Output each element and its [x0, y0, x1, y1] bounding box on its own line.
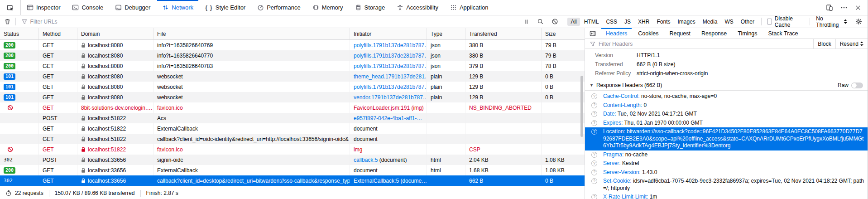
cell-domain: localhost:33656: [77, 165, 153, 175]
request-row[interactable]: 200GETlocalhost:33656ExternalCallbackdoc…: [0, 165, 585, 175]
column-header-initiator[interactable]: Initiator: [350, 28, 427, 39]
details-tab-headers[interactable]: Headers: [600, 28, 633, 39]
type-filter-js[interactable]: JS: [621, 18, 634, 26]
request-row[interactable]: 101GETlocalhost:8080websocketvendor.1791…: [0, 92, 585, 102]
initiator-link[interactable]: polyfills.1791b137de281b787…: [354, 63, 427, 69]
request-row[interactable]: GETlocalhost:51822favicon.icoimgCSP: [0, 144, 585, 155]
meatball-menu-icon[interactable]: [840, 4, 848, 11]
request-row[interactable]: GETlocalhost:51822ExternalCallbackdocume…: [0, 123, 585, 134]
header-value: idsrv=adf6cba1-7075-402b-9ec3-2332fa8693…: [603, 178, 864, 191]
column-header-size[interactable]: Size: [542, 28, 585, 39]
cell-domain: localhost:8080: [77, 61, 153, 71]
expand-details-icon[interactable]: [585, 28, 600, 39]
header-row[interactable]: ?Cache-Control: no-store, no-cache, max-…: [585, 92, 868, 101]
header-row[interactable]: ?Server-Version: 1.43.0: [585, 168, 868, 177]
block-button[interactable]: Block: [813, 39, 835, 49]
header-row[interactable]: ?Set-Cookie: idsrv=adf6cba1-7075-402b-9e…: [585, 177, 868, 193]
details-tab-cookies[interactable]: Cookies: [633, 28, 664, 39]
initiator-link[interactable]: polyfills.1791b137de281b787…: [354, 53, 427, 59]
initiator-link[interactable]: e957f897-042e-4ba1-aff1-…: [354, 115, 422, 121]
type-filter-xhr[interactable]: XHR: [635, 18, 652, 26]
request-row[interactable]: 302GETlocalhost:33656callback?client_id=…: [0, 175, 585, 186]
tab-application[interactable]: Application: [444, 0, 494, 15]
header-name: Set-Cookie:: [603, 178, 633, 184]
request-row[interactable]: 200GETlocalhost:8080info?t=1635826640769…: [0, 40, 585, 50]
type-filter-fonts[interactable]: Fonts: [653, 18, 673, 26]
raw-toggle[interactable]: [851, 83, 863, 88]
type-filter-ws[interactable]: WS: [722, 18, 737, 26]
column-header-domain[interactable]: Domain: [77, 28, 153, 39]
response-headers-section-header[interactable]: ▼ Response Headers (662 B) Raw: [585, 80, 868, 91]
details-tab-response[interactable]: Response: [696, 28, 732, 39]
request-list-scrollbar[interactable]: [580, 76, 583, 137]
network-settings-button[interactable]: [854, 18, 868, 25]
request-row[interactable]: GET8bit-solutions-dev.onelogin….favicon.…: [0, 102, 585, 113]
type-filter-html[interactable]: HTML: [581, 18, 602, 26]
initiator-link[interactable]: polyfills.1791b137de281b787…: [354, 42, 427, 49]
column-header-status[interactable]: Status: [0, 28, 39, 39]
header-row[interactable]: ?Pragma: no-cache: [585, 150, 868, 160]
initiator-text: document: [354, 126, 378, 132]
initiator-text: img: [354, 146, 362, 153]
disable-cache-checkbox[interactable]: [767, 19, 772, 24]
header-row[interactable]: ?Date: Tue, 02 Nov 2021 04:17:21 GMT: [585, 110, 868, 119]
responsive-design-icon[interactable]: [826, 4, 833, 11]
column-header-transferred[interactable]: Transferred: [465, 28, 542, 39]
header-row[interactable]: ?Expires: Thu, 01 Jan 1970 00:00:00 GMT: [585, 119, 868, 128]
initiator-link[interactable]: theme_head.1791b137de281…: [354, 73, 427, 80]
request-row[interactable]: 101GETlocalhost:8080websocketpolyfills.1…: [0, 82, 585, 92]
tab-console[interactable]: Console: [66, 0, 109, 15]
header-value: 1.43.0: [642, 169, 657, 175]
header-row[interactable]: ?Content-Length: 0: [585, 101, 868, 110]
disable-cache-control[interactable]: Disable Cache: [762, 15, 810, 28]
column-header-type[interactable]: Type: [427, 28, 465, 39]
tab-performance[interactable]: Performance: [251, 0, 306, 15]
type-filter-images[interactable]: Images: [674, 18, 698, 26]
tab-storage[interactable]: Storage: [349, 0, 391, 15]
initiator-link[interactable]: polyfills.1791b137de281b787…: [354, 84, 427, 90]
column-header-method[interactable]: Method: [39, 28, 77, 39]
search-icon[interactable]: [537, 18, 544, 25]
initiator-link[interactable]: vendor.1791b137de281b787…: [354, 94, 427, 101]
resend-button[interactable]: Resend: [835, 39, 868, 49]
type-filter-all[interactable]: All: [567, 18, 580, 26]
type-filter-other[interactable]: Other: [738, 18, 758, 26]
request-row[interactable]: 302POSTlocalhost:33656signin-oidccallbac…: [0, 155, 585, 165]
filter-headers-input[interactable]: Filter Headers: [585, 41, 813, 47]
pause-icon[interactable]: [523, 19, 529, 25]
request-row[interactable]: GETlocalhost:51822callback?client_id=oid…: [0, 134, 585, 144]
tab-network[interactable]: Network: [156, 0, 199, 15]
type-filter-css[interactable]: CSS: [603, 18, 620, 26]
tab-style-editor[interactable]: { }Style Editor: [199, 0, 251, 15]
details-tab-stack-trace[interactable]: Stack Trace: [763, 28, 804, 39]
type-filter-media[interactable]: Media: [700, 18, 721, 26]
cell-method: POST: [39, 113, 77, 123]
request-row[interactable]: POSTlocalhost:51822Acse957f897-042e-4ba1…: [0, 113, 585, 123]
tab-accessibility[interactable]: Accessibility: [391, 0, 444, 15]
cell-transferred: 129 B: [465, 71, 542, 82]
request-row[interactable]: 200GETlocalhost:8080info?t=1635826640770…: [0, 50, 585, 61]
block-icon[interactable]: [551, 18, 558, 25]
header-value: no-store, no-cache, max-age=0: [641, 93, 717, 99]
request-row[interactable]: 101GETlocalhost:8080websockettheme_head.…: [0, 71, 585, 82]
cell-type: html: [427, 155, 465, 165]
initiator-link[interactable]: FaviconLoader.jsm:191: [354, 105, 410, 111]
details-tab-request[interactable]: Request: [664, 28, 696, 39]
pick-element-icon[interactable]: [0, 0, 21, 15]
throttling-dropdown[interactable]: No Throttling: [810, 15, 854, 28]
cell-size: 0 B: [542, 175, 585, 186]
header-row[interactable]: ?X-Rate-Limit-Limit: 1m: [585, 193, 868, 199]
header-row[interactable]: ?Server: Kestrel: [585, 159, 868, 168]
filter-urls-input[interactable]: Filter URLs: [16, 19, 523, 25]
column-header-file[interactable]: File: [153, 28, 350, 39]
header-row[interactable]: ?Location: bitwarden://sso-callback?code…: [585, 127, 868, 150]
collapse-triangle-icon: ▼: [590, 83, 594, 87]
request-row[interactable]: 200GETlocalhost:8080info?t=1635826640783…: [0, 61, 585, 71]
tab-memory[interactable]: Memory: [307, 0, 349, 15]
initiator-link[interactable]: callback:5: [354, 157, 378, 163]
clear-requests-button[interactable]: [0, 18, 15, 25]
tab-inspector[interactable]: Inspector: [21, 0, 66, 15]
tab-debugger[interactable]: Debugger: [109, 0, 156, 15]
details-tab-timings[interactable]: Timings: [732, 28, 762, 39]
close-icon[interactable]: [855, 5, 861, 11]
